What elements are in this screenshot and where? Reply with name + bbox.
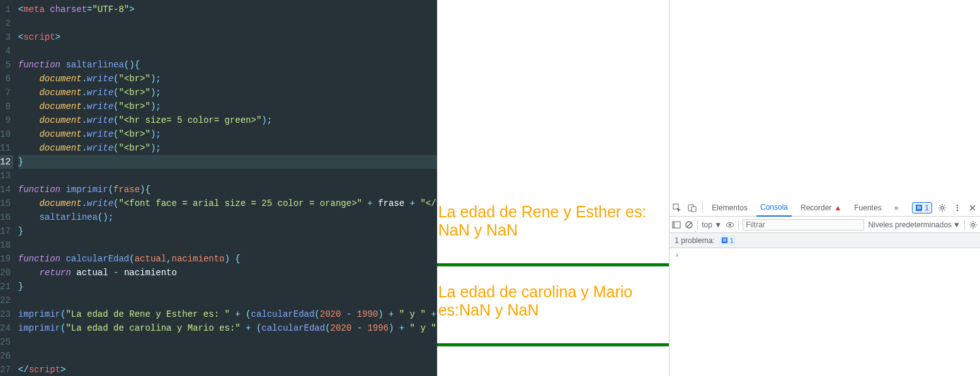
problems-bar[interactable]: 1 problema: 1: [669, 233, 980, 248]
code-line[interactable]: document.write("<br>");: [18, 72, 437, 86]
code-line[interactable]: }: [18, 224, 437, 238]
code-line[interactable]: [18, 349, 437, 363]
svg-point-7: [941, 206, 943, 208]
svg-point-8: [957, 204, 958, 205]
svg-rect-2: [692, 207, 696, 212]
code-line[interactable]: }: [18, 155, 437, 169]
code-line[interactable]: [18, 335, 437, 349]
code-line[interactable]: imprimir("La edad de carolina y Mario es…: [18, 321, 437, 335]
tabs-overflow[interactable]: »: [891, 199, 903, 217]
code-line[interactable]: function saltarlinea(){: [18, 58, 437, 72]
sidebar-toggle-icon[interactable]: [672, 220, 681, 229]
svg-rect-21: [722, 239, 726, 239]
code-line[interactable]: </script>: [18, 363, 437, 376]
svg-rect-12: [673, 222, 675, 228]
line-number-gutter: 1234567891011121314151617181920212223242…: [0, 0, 13, 376]
code-line[interactable]: [18, 293, 437, 307]
code-line[interactable]: <meta charset="UTF-8">: [18, 3, 437, 16]
code-line[interactable]: document.write("<br>");: [18, 86, 437, 100]
context-selector[interactable]: top ▼: [702, 220, 722, 229]
problems-label: 1 problema:: [675, 236, 714, 245]
code-line[interactable]: [18, 16, 437, 30]
svg-point-16: [729, 224, 731, 226]
code-line[interactable]: <script>: [18, 30, 437, 44]
code-line[interactable]: [18, 44, 437, 58]
svg-rect-20: [722, 241, 726, 241]
problems-badge: 1: [719, 236, 736, 246]
code-line[interactable]: [18, 238, 437, 252]
code-line[interactable]: function imprimir(frase){: [18, 183, 437, 197]
gear-icon[interactable]: [969, 220, 977, 229]
browser-output: La edad de Rene y Esther es: NaN y NaN L…: [437, 0, 669, 376]
eye-icon[interactable]: [726, 220, 734, 229]
code-line[interactable]: document.write("<br>");: [18, 141, 437, 155]
clear-console-icon[interactable]: [685, 220, 693, 229]
tab-console[interactable]: Consola: [756, 199, 792, 217]
issues-badge[interactable]: 1: [912, 202, 932, 214]
devtools-tabs: Elementos Consola Recorder ▲ Fuentes » 1: [669, 199, 980, 217]
device-toggle-icon[interactable]: [687, 203, 697, 213]
svg-point-10: [957, 209, 958, 210]
code-line[interactable]: document.write("<br>");: [18, 100, 437, 113]
code-line[interactable]: }: [18, 280, 437, 293]
svg-rect-19: [722, 240, 726, 241]
svg-point-17: [972, 223, 974, 225]
code-line[interactable]: return actual - nacimiento: [18, 266, 437, 280]
code-line[interactable]: document.write("<hr size= 5 color= green…: [18, 113, 437, 127]
log-levels-dropdown[interactable]: Niveles predeterminados ▼: [868, 220, 960, 229]
devtools-panel: Elementos Consola Recorder ▲ Fuentes » 1: [669, 0, 980, 376]
code-line[interactable]: document.write("<br>");: [18, 127, 437, 141]
console-body[interactable]: ›: [669, 248, 980, 376]
filter-input[interactable]: [743, 219, 864, 231]
svg-rect-5: [917, 208, 921, 209]
svg-rect-6: [917, 206, 921, 207]
console-prompt: ›: [675, 251, 679, 259]
output-line-2: La edad de carolina y Mario es:NaN y NaN: [437, 282, 669, 321]
svg-line-14: [687, 222, 692, 227]
svg-point-9: [957, 207, 958, 208]
svg-rect-4: [917, 207, 921, 208]
code-line[interactable]: function calcularEdad(actual,nacimiento)…: [18, 252, 437, 266]
gear-icon[interactable]: [937, 203, 947, 213]
code-line[interactable]: document.write("<font face = arial size …: [18, 197, 437, 210]
output-hr-2: [437, 343, 669, 346]
code-line[interactable]: imprimir("La edad de Rene y Esther es: "…: [18, 307, 437, 321]
code-line[interactable]: saltarlinea();: [18, 210, 437, 224]
close-icon[interactable]: [967, 203, 977, 213]
tab-elements[interactable]: Elementos: [708, 199, 751, 217]
code-editor[interactable]: 1234567891011121314151617181920212223242…: [0, 0, 437, 376]
output-line-1: La edad de Rene y Esther es: NaN y NaN: [437, 202, 669, 241]
code-area[interactable]: <meta charset="UTF-8"> <script> function…: [13, 0, 437, 376]
tab-recorder[interactable]: Recorder ▲: [797, 199, 845, 217]
tab-sources[interactable]: Fuentes: [850, 199, 885, 217]
console-toolbar: top ▼ Niveles predeterminados ▼: [669, 217, 980, 233]
inspect-icon[interactable]: [672, 203, 682, 213]
kebab-icon[interactable]: [952, 203, 962, 213]
code-line[interactable]: [18, 169, 437, 183]
